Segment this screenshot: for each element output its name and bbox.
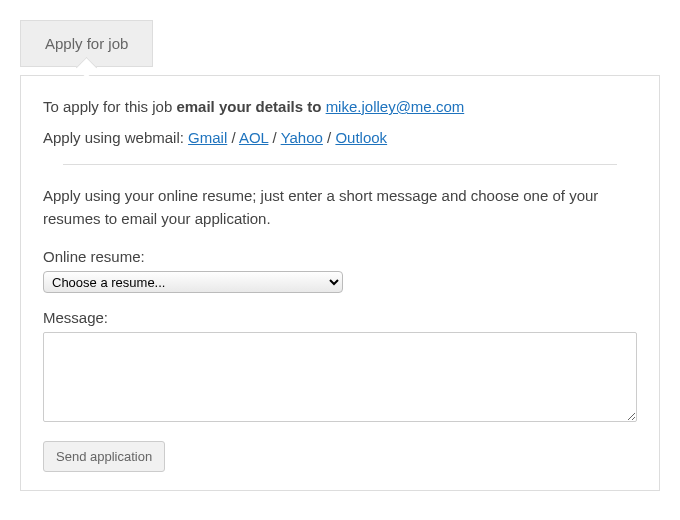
divider [63,164,617,165]
apply-panel: To apply for this job email your details… [20,75,660,491]
online-resume-label: Online resume: [43,248,637,265]
message-textarea[interactable] [43,332,637,422]
webmail-prefix: Apply using webmail: [43,129,188,146]
intro-line: To apply for this job email your details… [43,98,637,115]
webmail-link-aol[interactable]: AOL [239,129,268,146]
webmail-link-gmail[interactable]: Gmail [188,129,227,146]
webmail-sep-3: / [323,129,336,146]
webmail-link-yahoo[interactable]: Yahoo [281,129,323,146]
send-application-button[interactable]: Send application [43,441,165,472]
webmail-sep-1: / [227,129,239,146]
webmail-link-outlook[interactable]: Outlook [335,129,387,146]
send-application-label: Send application [56,449,152,464]
intro-bold: email your details to [176,98,325,115]
apply-email-link[interactable]: mike.jolley@me.com [326,98,465,115]
message-label: Message: [43,309,637,326]
webmail-sep-2: / [268,129,280,146]
resume-intro-text: Apply using your online resume; just ent… [43,185,637,230]
webmail-line: Apply using webmail: Gmail / AOL / Yahoo… [43,129,637,146]
apply-tab-label: Apply for job [45,35,128,52]
intro-prefix: To apply for this job [43,98,176,115]
resume-select[interactable]: Choose a resume... [43,271,343,293]
apply-tab[interactable]: Apply for job [20,20,153,67]
